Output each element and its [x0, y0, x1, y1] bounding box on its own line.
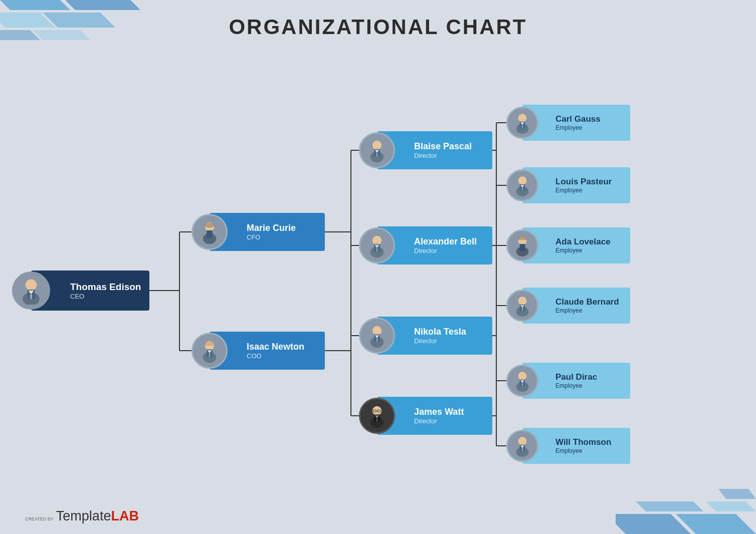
- svg-point-47: [372, 141, 382, 150]
- page-title: ORGANIZATIONAL CHART: [0, 15, 756, 39]
- svg-rect-74: [522, 125, 523, 128]
- employee-node-4: Paul Dirac Employee: [522, 363, 630, 399]
- employee-title-0: Employee: [555, 124, 601, 131]
- employee-name-4: Paul Dirac: [555, 372, 597, 382]
- svg-rect-61: [376, 338, 378, 342]
- svg-point-41: [205, 223, 215, 228]
- employee-title-5: Employee: [555, 447, 611, 454]
- employee-title-3: Employee: [555, 307, 619, 314]
- svg-rect-37: [30, 294, 32, 299]
- director-name-0: Blaise Pascal: [414, 141, 472, 152]
- director-node-2: Nikola Tesla Director: [377, 317, 492, 355]
- ceo-avatar: [12, 272, 50, 310]
- svg-rect-82: [520, 244, 525, 251]
- svg-marker-1: [55, 0, 140, 10]
- svg-rect-56: [376, 248, 378, 252]
- manager-avatar-1: [192, 333, 228, 369]
- svg-point-88: [518, 372, 527, 380]
- svg-rect-87: [522, 308, 523, 311]
- director-title-0: Director: [414, 152, 472, 159]
- director-title-1: Director: [414, 247, 477, 254]
- watermark-created-by: CREATED BY: [25, 516, 54, 522]
- svg-marker-9: [636, 501, 703, 511]
- director-node-0: Blaise Pascal Director: [377, 131, 492, 169]
- ceo-title: CEO: [70, 293, 141, 300]
- svg-rect-79: [522, 188, 523, 191]
- manager-name-1: Isaac Newton: [247, 342, 304, 352]
- svg-point-75: [518, 176, 527, 185]
- director-name-2: Nikola Tesla: [414, 327, 466, 337]
- manager-node-1: Isaac Newton COO: [210, 332, 325, 370]
- watermark-template: Template: [56, 508, 111, 524]
- employee-name-0: Carl Gauss: [555, 114, 601, 124]
- director-title-2: Director: [414, 337, 466, 345]
- employee-node-5: Will Thomson Employee: [522, 428, 630, 464]
- svg-rect-97: [522, 448, 523, 451]
- manager-title-0: CFO: [247, 233, 296, 241]
- director-title-3: Director: [414, 417, 464, 425]
- svg-rect-51: [376, 153, 378, 157]
- manager-node-0: Marie Curie CFO: [210, 213, 325, 251]
- watermark: CREATED BY Template LAB: [25, 508, 139, 524]
- svg-marker-6: [676, 514, 756, 534]
- svg-rect-92: [522, 383, 523, 386]
- svg-rect-69: [376, 418, 378, 422]
- director-name-3: James Watt: [414, 407, 464, 417]
- employee-title-1: Employee: [555, 187, 612, 194]
- director-node-1: Alexander Bell Director: [377, 226, 492, 264]
- employee-node-2: Ada Lovelace Employee: [522, 227, 630, 263]
- svg-marker-7: [616, 514, 691, 534]
- employee-name-1: Louis Pasteur: [555, 177, 612, 187]
- svg-marker-0: [0, 0, 70, 10]
- watermark-lab: LAB: [111, 508, 139, 524]
- employee-name-2: Ada Lovelace: [555, 237, 611, 247]
- ceo-name: Thomas Edison: [70, 282, 141, 293]
- svg-point-33: [26, 280, 37, 291]
- manager-name-0: Marie Curie: [247, 223, 296, 233]
- manager-title-1: COO: [247, 352, 304, 360]
- svg-point-83: [518, 297, 527, 305]
- manager-avatar-0: [192, 214, 228, 250]
- employee-node-0: Carl Gauss Employee: [522, 105, 630, 141]
- director-node-3: James Watt Director: [377, 397, 492, 435]
- svg-marker-8: [706, 501, 756, 511]
- employee-node-1: Louis Pasteur Employee: [522, 167, 630, 203]
- employee-title-2: Employee: [555, 247, 611, 254]
- svg-point-93: [518, 437, 527, 445]
- employee-title-4: Employee: [555, 382, 597, 389]
- employee-name-5: Will Thomson: [555, 437, 611, 447]
- director-name-1: Alexander Bell: [414, 236, 477, 247]
- svg-point-70: [518, 114, 527, 122]
- employee-name-3: Claude Bernard: [555, 297, 619, 307]
- employee-node-3: Claude Bernard Employee: [522, 288, 630, 324]
- ceo-node: Thomas Edison CEO: [31, 271, 149, 311]
- svg-rect-46: [209, 353, 211, 357]
- svg-point-57: [372, 326, 382, 335]
